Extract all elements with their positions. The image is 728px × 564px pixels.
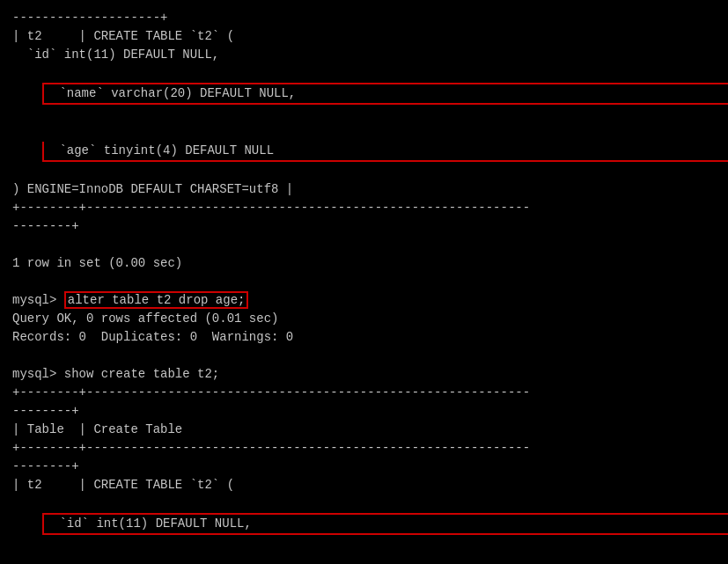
line-rowcount-1: 1 row in set (0.00 sec) <box>12 254 716 273</box>
line-t2-header-2: | t2 | CREATE TABLE `t2` ( <box>12 476 716 494</box>
line-query-ok: Query OK, 0 rows affected (0.01 sec) <box>12 310 716 328</box>
line-sep-3b: --------+ <box>12 458 716 476</box>
line-blank-2 <box>12 273 716 291</box>
line-id-highlighted: `id` int(11) DEFAULT NULL, <box>12 494 716 553</box>
line-sep-1b: --------+ <box>12 217 716 236</box>
line-id-1: `id` int(11) DEFAULT NULL, <box>12 46 716 64</box>
line-records: Records: 0 Duplicates: 0 Warnings: 0 <box>12 328 716 347</box>
line-sep-2b: --------+ <box>12 402 716 421</box>
line-dashes-1: --------------------+ <box>12 9 716 27</box>
terminal-window: --------------------+ | t2 | CREATE TABL… <box>12 9 716 564</box>
line-engine-1: ) ENGINE=InnoDB DEFAULT CHARSET=utf8 | <box>12 180 716 199</box>
line-blank-3 <box>12 347 716 365</box>
line-alter-cmd: mysql> alter table t2 drop age; <box>12 291 716 310</box>
line-blank-1 <box>12 236 716 254</box>
line-name-highlighted: `name` varchar(20) DEFAULT NULL, <box>12 64 716 123</box>
line-t2-header: | t2 | CREATE TABLE `t2` ( <box>12 27 716 46</box>
line-sep-3: +--------+------------------------------… <box>12 439 716 458</box>
line-sep-1: +--------+------------------------------… <box>12 199 716 217</box>
line-show-cmd: mysql> show create table t2; <box>12 365 716 384</box>
line-name-highlighted-2: `name` varchar(20) DEFAULT NULL <box>12 553 716 564</box>
line-age-highlighted: `age` tinyint(4) DEFAULT NULL <box>12 123 716 180</box>
line-sep-2: +--------+------------------------------… <box>12 384 716 402</box>
line-table-header: | Table | Create Table <box>12 421 716 439</box>
